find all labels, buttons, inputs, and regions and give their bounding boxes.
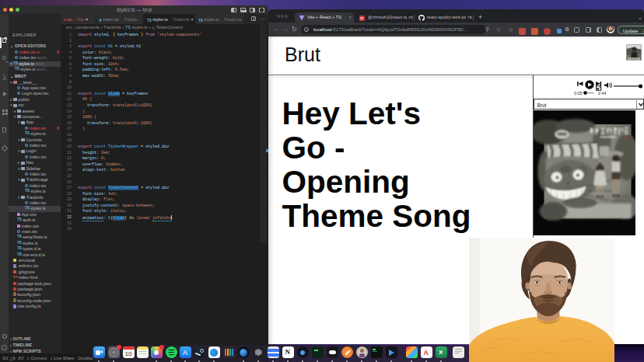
svg-text:2:44: 2:44 <box>598 91 607 96</box>
svg-text:0:05: 0:05 <box>574 91 583 96</box>
